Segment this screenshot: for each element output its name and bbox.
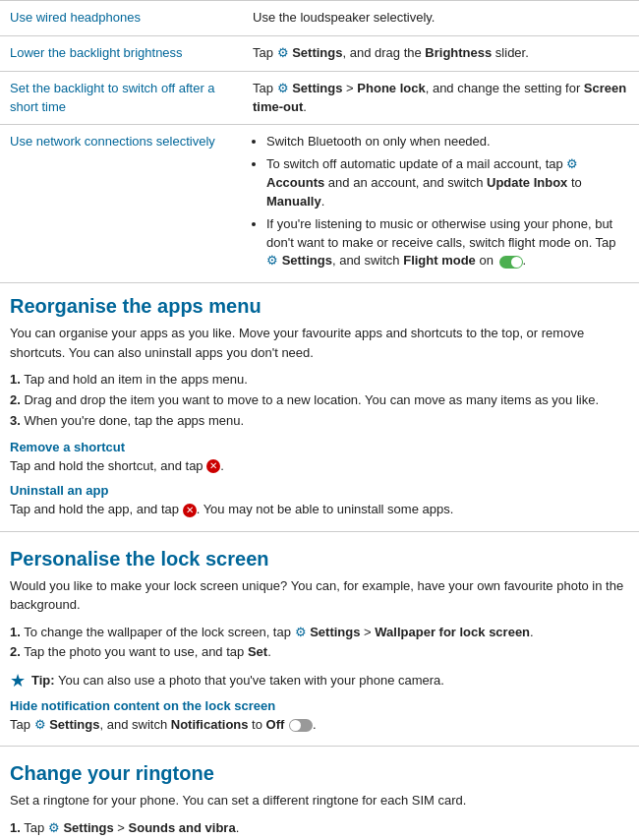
uninstall-app-text: Tap and hold the app, and tap ✕. You may… bbox=[10, 500, 629, 519]
tip-text: Tip: You can also use a photo that you'v… bbox=[31, 671, 444, 690]
lock-step-1: 1. To change the wallpaper of the lock s… bbox=[10, 623, 629, 643]
hide-notification-heading: Hide notification content on the lock sc… bbox=[10, 698, 629, 713]
info-table: Use wired headphones Use the loudspeaker… bbox=[0, 0, 639, 283]
reorganise-heading: Reorganise the apps menu bbox=[10, 295, 629, 318]
table-tip: Use network connections selectively bbox=[0, 125, 243, 283]
ringtone-intro: Set a ringtone for your phone. You can s… bbox=[10, 791, 629, 810]
step-3: 3. When you're done, tap the apps menu. bbox=[10, 411, 629, 432]
settings-icon: ⚙ bbox=[48, 820, 60, 835]
ringtone-steps: 1. Tap ⚙ Settings > Sounds and vibra. 2.… bbox=[10, 818, 629, 840]
table-action: Tap ⚙ Settings, and drag the Brightness … bbox=[243, 35, 639, 71]
ringtone-heading: Change your ringtone bbox=[10, 762, 629, 785]
table-action: Tap ⚙ Settings > Phone lock, and change … bbox=[243, 71, 639, 125]
table-row: Use network connections selectively Swit… bbox=[0, 125, 639, 283]
table-row: Lower the backlight brightness Tap ⚙ Set… bbox=[0, 35, 639, 71]
step-2: 2. Drag and drop the item you want to mo… bbox=[10, 390, 629, 411]
settings-icon: ⚙ bbox=[277, 81, 289, 95]
table-action: Use the loudspeaker selectively. bbox=[243, 1, 639, 36]
remove-shortcut-heading: Remove a shortcut bbox=[10, 440, 629, 454]
personalise-lock-section: Personalise the lock screen Would you li… bbox=[0, 536, 639, 743]
toggle-off-icon bbox=[289, 719, 313, 732]
table-tip: Use wired headphones bbox=[0, 1, 243, 36]
personalise-lock-intro: Would you like to make your lock screen … bbox=[10, 576, 629, 615]
remove-shortcut-text: Tap and hold the shortcut, and tap ✕. bbox=[10, 456, 629, 476]
settings-icon: ⚙ bbox=[266, 253, 278, 268]
table-action: Switch Bluetooth on only when needed. To… bbox=[243, 125, 639, 283]
accounts-icon: ⚙ bbox=[566, 156, 578, 171]
table-tip: Set the backlight to switch off after a … bbox=[0, 71, 243, 125]
table-tip: Lower the backlight brightness bbox=[0, 35, 243, 71]
table-row: Use wired headphones Use the loudspeaker… bbox=[0, 1, 639, 36]
settings-icon: ⚙ bbox=[277, 45, 289, 60]
ringtone-section: Change your ringtone Set a ringtone for … bbox=[0, 750, 639, 840]
settings-icon: ⚙ bbox=[34, 717, 46, 732]
personalise-lock-heading: Personalise the lock screen bbox=[10, 548, 629, 570]
reorganise-intro: You can organise your apps as you like. … bbox=[10, 324, 629, 362]
page-wrapper: Use wired headphones Use the loudspeaker… bbox=[0, 0, 639, 840]
hide-notification-text: Tap ⚙ Settings, and switch Notifications… bbox=[10, 715, 629, 735]
personalise-lock-steps: 1. To change the wallpaper of the lock s… bbox=[10, 623, 629, 664]
reorganise-steps: 1. Tap and hold an item in the apps menu… bbox=[10, 370, 629, 431]
uninstall-app-heading: Uninstall an app bbox=[10, 483, 629, 498]
toggle-on-icon bbox=[499, 256, 523, 269]
ringtone-step-1: 1. Tap ⚙ Settings > Sounds and vibra. bbox=[10, 818, 629, 839]
step-1: 1. Tap and hold an item in the apps menu… bbox=[10, 370, 629, 390]
tip-row: ★ Tip: You can also use a photo that you… bbox=[10, 671, 629, 690]
divider bbox=[0, 531, 639, 532]
tip-star-icon: ★ bbox=[10, 672, 26, 690]
table-row: Set the backlight to switch off after a … bbox=[0, 71, 639, 125]
settings-icon: ⚙ bbox=[295, 625, 307, 639]
lock-step-2: 2. Tap the photo you want to use, and ta… bbox=[10, 642, 629, 663]
reorganise-section: Reorganise the apps menu You can organis… bbox=[0, 283, 639, 526]
divider-2 bbox=[0, 746, 639, 747]
uninstall-icon: ✕ bbox=[183, 504, 197, 517]
remove-icon: ✕ bbox=[206, 459, 220, 473]
